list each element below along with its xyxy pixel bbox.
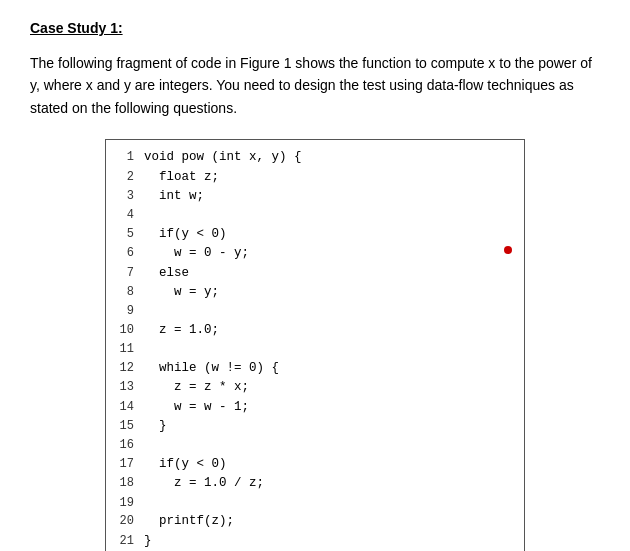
line-number: 16	[116, 436, 144, 455]
line-number: 10	[116, 321, 144, 340]
line-number: 3	[116, 187, 144, 206]
code-line: 17 if(y < 0)	[116, 455, 514, 474]
line-code: z = 1.0;	[144, 321, 219, 340]
code-line: 2 float z;	[116, 168, 514, 187]
code-line: 11	[116, 340, 514, 359]
line-number: 11	[116, 340, 144, 359]
line-number: 8	[116, 283, 144, 302]
code-line: 12 while (w != 0) {	[116, 359, 514, 378]
code-line: 20 printf(z);	[116, 512, 514, 531]
code-line: 13 z = z * x;	[116, 378, 514, 397]
line-code: w = 0 - y;	[144, 244, 249, 263]
line-number: 20	[116, 512, 144, 531]
code-line: 16	[116, 436, 514, 455]
description-text: The following fragment of code in Figure…	[30, 52, 600, 119]
line-code: float z;	[144, 168, 219, 187]
line-number: 21	[116, 532, 144, 551]
code-line: 7 else	[116, 264, 514, 283]
line-number: 5	[116, 225, 144, 244]
line-number: 19	[116, 494, 144, 513]
code-line: 6 w = 0 - y;	[116, 244, 514, 263]
code-line: 4	[116, 206, 514, 225]
line-number: 6	[116, 244, 144, 263]
line-code: }	[144, 532, 152, 551]
line-number: 13	[116, 378, 144, 397]
line-code: w = w - 1;	[144, 398, 249, 417]
code-line: 21}	[116, 532, 514, 551]
line-code: if(y < 0)	[144, 455, 227, 474]
line-number: 1	[116, 148, 144, 167]
line-number: 18	[116, 474, 144, 493]
code-line: 15 }	[116, 417, 514, 436]
line-number: 7	[116, 264, 144, 283]
line-code: w = y;	[144, 283, 219, 302]
code-line: 19	[116, 494, 514, 513]
line-code: int w;	[144, 187, 204, 206]
code-line: 14 w = w - 1;	[116, 398, 514, 417]
line-number: 12	[116, 359, 144, 378]
code-block: 1void pow (int x, y) {2 float z;3 int w;…	[105, 139, 525, 551]
line-code: while (w != 0) {	[144, 359, 279, 378]
code-line: 5 if(y < 0)	[116, 225, 514, 244]
case-study-title: Case Study 1:	[30, 20, 600, 36]
line-code: z = z * x;	[144, 378, 249, 397]
line-code: }	[144, 417, 167, 436]
line-number: 9	[116, 302, 144, 321]
line-number: 4	[116, 206, 144, 225]
line-number: 17	[116, 455, 144, 474]
code-line: 1void pow (int x, y) {	[116, 148, 514, 167]
line-code: z = 1.0 / z;	[144, 474, 264, 493]
line-code: if(y < 0)	[144, 225, 227, 244]
line-code: else	[144, 264, 189, 283]
line-code: void pow (int x, y) {	[144, 148, 302, 167]
line-number: 15	[116, 417, 144, 436]
code-line: 18 z = 1.0 / z;	[116, 474, 514, 493]
code-line: 3 int w;	[116, 187, 514, 206]
line-number: 2	[116, 168, 144, 187]
code-line: 9	[116, 302, 514, 321]
code-line: 10 z = 1.0;	[116, 321, 514, 340]
line-code: printf(z);	[144, 512, 234, 531]
line-number: 14	[116, 398, 144, 417]
code-line: 8 w = y;	[116, 283, 514, 302]
